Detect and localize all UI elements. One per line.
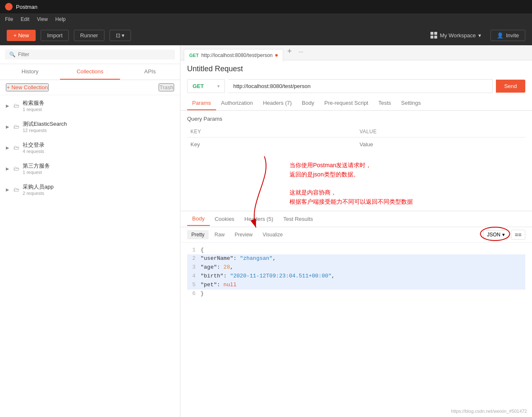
list-item[interactable]: ▶ 🗁 社交登录 4 requests [0, 137, 180, 158]
tab-history[interactable]: History [0, 64, 60, 80]
caret-icon: ▶ [6, 187, 10, 192]
fmt-visualize[interactable]: Visualize [258, 230, 287, 239]
tab-collections[interactable]: Collections [60, 64, 120, 80]
request-title: Untitled Request [187, 65, 525, 73]
workspace-button[interactable]: My Workspace ▾ [426, 30, 485, 41]
code-line: 3 "age": 28, [187, 263, 525, 272]
method-select[interactable]: GET ▾ [187, 79, 225, 93]
collection-name: 第三方服务 [23, 162, 50, 170]
collection-count: 1 request [23, 170, 50, 175]
content-area: GET http://localhost:8080/test/person + … [180, 45, 532, 417]
tab-url-text: http://localhost:8080/test/person [201, 52, 273, 58]
menu-view[interactable]: View [37, 16, 48, 22]
filter-input[interactable] [18, 52, 171, 57]
new-collection-bar: + New Collection Trash [0, 80, 180, 95]
nav-prerequest[interactable]: Pre-request Script [319, 96, 373, 110]
folder-icon: 🗁 [13, 165, 19, 172]
list-item[interactable]: ▶ 🗁 测试ElasticSearch 12 requests [0, 116, 180, 137]
wrap-button[interactable]: ≡≡ [511, 230, 525, 240]
tab-method-badge: GET [189, 53, 199, 58]
url-input[interactable] [228, 79, 493, 93]
list-item[interactable]: ▶ 🗁 第三方服务 1 request [0, 158, 180, 179]
nav-params[interactable]: Params [187, 96, 216, 110]
app-title: Postman [16, 4, 37, 10]
active-request-tab[interactable]: GET http://localhost:8080/test/person [184, 49, 283, 62]
collection-count: 2 requests [23, 191, 54, 196]
collection-name: 检索服务 [23, 99, 44, 107]
format-bar: Pretty Raw Preview Visualize JSON ▾ [180, 227, 532, 243]
main-toolbar: + New Import Runner ⊡ ▾ My Workspace ▾ 👤… [0, 25, 532, 45]
fmt-pretty[interactable]: Pretty [187, 230, 209, 239]
add-tab-button[interactable]: + [285, 47, 295, 56]
response-section: Body Cookies Headers (5) Test Results Pr… [180, 211, 532, 417]
folder-icon: 🗁 [13, 123, 19, 130]
resp-tab-headers[interactable]: Headers (5) [240, 212, 279, 225]
nav-settings[interactable]: Settings [396, 96, 426, 110]
list-item[interactable]: ▶ 🗁 采购人员app 2 requests [0, 179, 180, 200]
menu-help[interactable]: Help [55, 16, 66, 22]
params-table: KEY VALUE [187, 126, 525, 151]
code-line: 1 { [187, 246, 525, 255]
workspace-caret: ▾ [478, 32, 481, 39]
nav-tests[interactable]: Tests [373, 96, 396, 110]
format-type-select[interactable]: JSON ▾ [483, 230, 509, 239]
menu-edit[interactable]: Edit [21, 16, 29, 22]
url-bar: GET ▾ Send [180, 76, 532, 96]
code-line: 4 "birth": "2020-11-12T09:23:04.511+00:0… [187, 272, 525, 281]
method-caret-icon: ▾ [217, 84, 219, 88]
nav-body[interactable]: Body [297, 96, 319, 110]
params-section: Query Params KEY VALUE [180, 111, 532, 156]
code-line: 6 } [187, 290, 525, 298]
folder-icon: 🗁 [13, 144, 19, 151]
runner-button[interactable]: Runner [74, 30, 104, 41]
caret-icon: ▶ [6, 104, 10, 108]
nav-headers[interactable]: Headers (7) [258, 96, 297, 110]
sidebar-search-area: 🔍 [0, 45, 180, 64]
sidebar: 🔍 History Collections APIs + New Collect… [0, 45, 180, 417]
resp-tab-body[interactable]: Body [187, 212, 210, 226]
new-collection-button[interactable]: + New Collection [6, 83, 49, 91]
table-row [187, 137, 525, 152]
layout-button[interactable]: ⊡ ▾ [110, 30, 131, 41]
fmt-raw[interactable]: Raw [210, 230, 229, 239]
tab-more-button[interactable]: ··· [296, 48, 306, 55]
new-button[interactable]: + New [7, 30, 36, 41]
list-item[interactable]: ▶ 🗁 检索服务 1 request [0, 95, 180, 116]
response-tabs: Body Cookies Headers (5) Test Results [180, 211, 532, 227]
workspace-icon [430, 32, 437, 39]
method-label: GET [193, 83, 204, 89]
request-tabs-strip: GET http://localhost:8080/test/person + … [180, 45, 532, 60]
resp-tab-test-results[interactable]: Test Results [278, 212, 318, 225]
collection-count: 1 request [23, 107, 44, 112]
import-button[interactable]: Import [41, 30, 69, 41]
collection-name: 采购人员app [23, 183, 54, 191]
postman-logo [5, 3, 13, 10]
url-input-wrap [228, 79, 493, 93]
code-line: 2 "userName": "zhangsan", [187, 254, 525, 263]
workspace-label: My Workspace [440, 32, 476, 39]
value-input[interactable] [360, 140, 522, 149]
fmt-preview[interactable]: Preview [230, 230, 257, 239]
annotation-text-2: 这就是内容协商， 根据客户端接受能力不同可以返回不同类型数据 [289, 188, 519, 207]
send-button[interactable]: Send [496, 80, 525, 93]
main-layout: 🔍 History Collections APIs + New Collect… [0, 45, 532, 417]
tab-apis[interactable]: APIs [120, 64, 180, 80]
menubar: File Edit View Help [0, 13, 532, 25]
folder-icon: 🗁 [13, 186, 19, 193]
caret-icon: ▶ [6, 166, 10, 171]
menu-file[interactable]: File [5, 16, 13, 22]
code-viewer: 1 { 2 "userName": "zhangsan", 3 "age": 2… [180, 243, 532, 417]
nav-authorization[interactable]: Authorization [216, 96, 258, 110]
col-value-header: VALUE [356, 126, 525, 137]
key-input[interactable] [190, 140, 353, 149]
trash-button[interactable]: Trash [159, 83, 174, 91]
annotation-area: 当你使用Postman发送请求时， 返回的是json类型的数据。 这就是内容协商… [180, 156, 532, 211]
search-wrap[interactable]: 🔍 [5, 49, 175, 60]
request-nav: Params Authorization Headers (7) Body Pr… [180, 96, 532, 111]
collections-list: ▶ 🗁 检索服务 1 request ▶ 🗁 测试ElasticSearch 1… [0, 95, 180, 417]
watermark: https://blog.csdn.net/weixin_#501472 [451, 409, 527, 414]
invite-button[interactable]: 👤 Invite [490, 30, 525, 41]
resp-tab-cookies[interactable]: Cookies [210, 212, 240, 225]
code-line: 5 "pet": null [187, 281, 525, 290]
format-type-label: JSON [487, 232, 501, 238]
